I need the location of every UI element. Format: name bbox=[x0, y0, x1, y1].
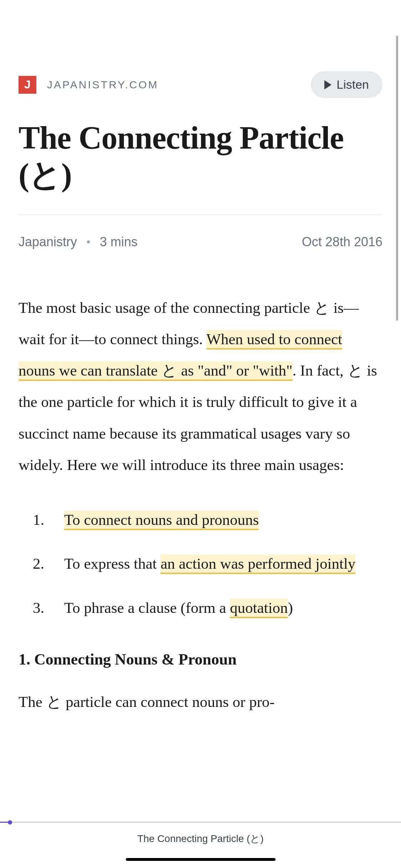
highlight[interactable]: an action was performed jointly bbox=[160, 554, 355, 574]
scrollbar[interactable] bbox=[396, 36, 398, 321]
list-item: 2. To express that an action was perform… bbox=[33, 549, 382, 578]
text-run: To phrase a clause (form a bbox=[64, 599, 230, 616]
highlight[interactable]: quotation bbox=[230, 599, 288, 618]
article-meta: Japanistry 3 mins Oct 28th 2016 bbox=[19, 234, 382, 249]
usage-list: 1. To connect nouns and pronouns 2. To e… bbox=[19, 506, 382, 622]
progress-track[interactable] bbox=[0, 822, 401, 823]
list-number: 2. bbox=[33, 549, 47, 578]
bottom-bar: The Connecting Particle (と) bbox=[0, 822, 401, 868]
site-logo: J bbox=[19, 76, 36, 94]
paragraph: The と particle can connect nouns or pro- bbox=[19, 686, 382, 718]
meta-separator bbox=[87, 241, 90, 243]
highlight[interactable]: To connect nouns and pronouns bbox=[64, 511, 259, 530]
progress-fill bbox=[0, 822, 10, 823]
list-number: 1. bbox=[33, 506, 47, 534]
text-run: ) bbox=[288, 599, 293, 616]
publish-date: Oct 28th 2016 bbox=[302, 234, 382, 249]
article-header: J JAPANISTRY.COM Listen bbox=[19, 71, 382, 98]
list-number: 3. bbox=[33, 594, 47, 622]
progress-thumb[interactable] bbox=[8, 820, 12, 825]
list-item: 3. To phrase a clause (form a quotation) bbox=[33, 594, 382, 622]
divider bbox=[19, 215, 382, 215]
text-run: To express that bbox=[64, 555, 160, 572]
paragraph: The most basic usage of the connecting p… bbox=[19, 292, 382, 481]
text-run: The と particle can connect nouns or pro- bbox=[19, 693, 275, 710]
listen-label: Listen bbox=[336, 78, 369, 92]
list-item: 1. To connect nouns and pronouns bbox=[33, 506, 382, 534]
article-title: The Connecting Particle (と) bbox=[19, 119, 382, 193]
listen-button[interactable]: Listen bbox=[311, 71, 382, 98]
site-name: JAPANISTRY.COM bbox=[47, 79, 159, 91]
bottom-title: The Connecting Particle (と) bbox=[137, 832, 263, 846]
home-indicator[interactable] bbox=[126, 858, 276, 861]
author-name: Japanistry bbox=[19, 234, 77, 249]
read-time: 3 mins bbox=[100, 234, 138, 249]
play-icon bbox=[324, 80, 331, 89]
section-heading: 1. Connecting Nouns & Pronoun bbox=[19, 650, 382, 668]
site-identity[interactable]: J JAPANISTRY.COM bbox=[19, 76, 159, 94]
